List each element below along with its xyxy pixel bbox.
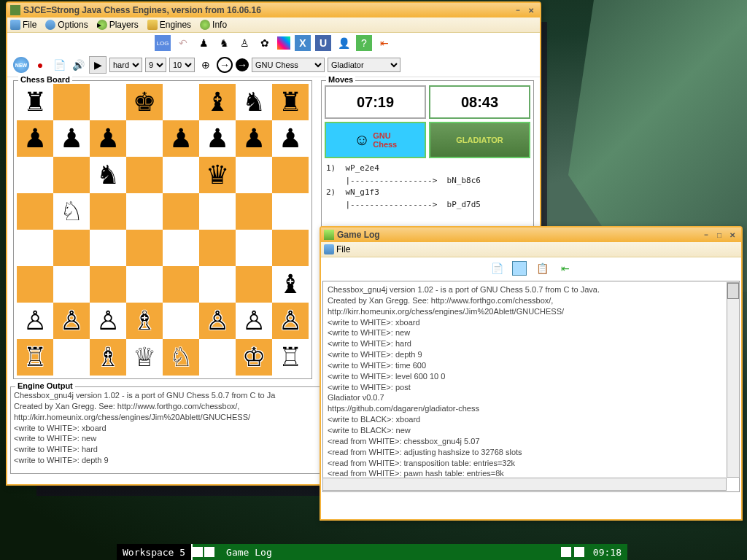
square-2-6[interactable] [236, 157, 272, 193]
square-0-7[interactable]: ♜ [272, 84, 309, 120]
forward-icon[interactable]: → [217, 57, 233, 73]
square-3-4[interactable] [163, 193, 199, 230]
square-4-5[interactable] [199, 230, 236, 266]
square-1-0[interactable]: ♟ [17, 120, 53, 157]
menu-file[interactable]: File [10, 20, 36, 30]
square-7-3[interactable]: ♕ [126, 339, 163, 376]
save-icon[interactable]: 📄 [51, 57, 67, 73]
square-4-6[interactable] [236, 230, 272, 266]
square-6-1[interactable]: ♙ [53, 303, 90, 339]
square-7-6[interactable]: ♔ [236, 339, 272, 376]
square-0-1[interactable] [53, 84, 90, 120]
taskbar-box2[interactable] [204, 547, 214, 557]
square-3-1[interactable]: ♘ [53, 193, 90, 230]
square-4-7[interactable] [272, 230, 309, 266]
square-2-2[interactable]: ♞ [90, 157, 126, 193]
square-5-4[interactable] [163, 266, 199, 303]
square-5-6[interactable] [236, 266, 272, 303]
log-clipboard-icon[interactable]: 📋 [534, 260, 550, 276]
square-5-3[interactable] [126, 266, 163, 303]
square-2-5[interactable]: ♛ [199, 157, 236, 193]
log-back-icon[interactable]: ⇤ [557, 260, 573, 276]
workspace-label[interactable]: Workspace 5 [123, 547, 185, 558]
square-5-2[interactable] [90, 266, 126, 303]
square-2-4[interactable] [163, 157, 199, 193]
square-7-0[interactable]: ♖ [17, 339, 53, 376]
close-button[interactable]: ✕ [525, 5, 537, 15]
square-6-7[interactable]: ♙ [272, 303, 309, 339]
square-4-0[interactable] [17, 230, 53, 266]
square-1-1[interactable]: ♟ [53, 120, 90, 157]
flower-icon[interactable]: ✿ [257, 35, 273, 51]
log-save-icon[interactable]: 📄 [489, 260, 505, 276]
square-7-1[interactable] [53, 339, 90, 376]
knight-icon[interactable]: ♞ [216, 35, 232, 51]
menu-engines[interactable]: Engines [147, 20, 191, 30]
square-3-6[interactable] [236, 193, 272, 230]
square-1-5[interactable]: ♟ [199, 120, 236, 157]
depth-select[interactable]: 9 [145, 58, 166, 72]
move-list[interactable]: 1) wP_e2e4 |-----------------> bN_b8c62)… [325, 161, 530, 212]
square-7-4[interactable]: ♘ [163, 339, 199, 376]
square-1-6[interactable]: ♟ [236, 120, 272, 157]
log-doc-icon[interactable] [512, 261, 527, 276]
square-0-3[interactable]: ♚ [126, 84, 163, 120]
square-0-2[interactable] [90, 84, 126, 120]
gamelog-minimize[interactable]: － [700, 230, 712, 240]
gamelog-maximize[interactable]: □ [713, 230, 725, 240]
square-2-7[interactable] [272, 157, 309, 193]
square-4-4[interactable] [163, 230, 199, 266]
square-6-2[interactable]: ♙ [90, 303, 126, 339]
help-icon[interactable]: ? [356, 35, 372, 51]
square-3-2[interactable] [90, 193, 126, 230]
menu-players[interactable]: ▸Players [97, 20, 139, 30]
square-7-5[interactable] [199, 339, 236, 376]
square-5-5[interactable] [199, 266, 236, 303]
square-6-3[interactable]: ♗ [126, 303, 163, 339]
gamelog-menu-file[interactable]: File [324, 244, 350, 254]
square-7-7[interactable]: ♖ [272, 339, 309, 376]
square-5-7[interactable]: ♝ [272, 266, 309, 303]
square-2-3[interactable] [126, 157, 163, 193]
target-icon[interactable]: ⊕ [198, 57, 214, 73]
square-4-1[interactable] [53, 230, 90, 266]
square-4-2[interactable] [90, 230, 126, 266]
square-0-6[interactable]: ♞ [236, 84, 272, 120]
square-6-4[interactable] [163, 303, 199, 339]
taskbar-box1[interactable] [193, 547, 203, 557]
next-icon[interactable]: → [236, 58, 249, 71]
new-game-icon[interactable]: NEW [13, 57, 29, 73]
square-3-3[interactable] [126, 193, 163, 230]
square-6-6[interactable]: ♙ [236, 303, 272, 339]
play-icon[interactable]: ▶ [89, 56, 107, 74]
square-1-4[interactable]: ♟ [163, 120, 199, 157]
pawn-black-icon[interactable]: ♟ [196, 35, 212, 51]
sound-icon[interactable]: 🔊 [70, 57, 86, 73]
square-0-0[interactable]: ♜ [17, 84, 53, 120]
add-user-icon[interactable]: 👤 [336, 35, 352, 51]
square-5-0[interactable] [17, 266, 53, 303]
square-0-5[interactable]: ♝ [199, 84, 236, 120]
taskbar-task[interactable]: Game Log [226, 547, 272, 558]
gamelog-titlebar[interactable]: Game Log － □ ✕ [321, 228, 741, 242]
engine2-select[interactable]: Gladiator [328, 58, 400, 72]
gamelog-close[interactable]: ✕ [727, 230, 738, 240]
taskbar[interactable]: Workspace 5 Game Log 09:18 [117, 544, 627, 560]
square-3-5[interactable] [199, 193, 236, 230]
square-1-7[interactable]: ♟ [272, 120, 309, 157]
time-select[interactable]: 10 [169, 58, 195, 72]
square-6-5[interactable]: ♙ [199, 303, 236, 339]
difficulty-select[interactable]: hard [109, 58, 142, 72]
square-2-0[interactable] [17, 157, 53, 193]
minimize-button[interactable]: － [512, 5, 524, 15]
square-2-1[interactable] [53, 157, 90, 193]
square-7-2[interactable]: ♗ [90, 339, 126, 376]
u-button[interactable]: U [315, 35, 331, 51]
square-4-3[interactable] [126, 230, 163, 266]
menu-options[interactable]: Options [45, 20, 88, 30]
chess-board[interactable]: ♜♚♝♞♜♟♟♟♟♟♟♟♞♛♘♝♙♙♙♗♙♙♙♖♗♕♘♔♖ [17, 84, 309, 376]
taskbar-box3[interactable] [561, 547, 571, 557]
square-1-2[interactable]: ♟ [90, 120, 126, 157]
record-icon[interactable]: ● [32, 57, 48, 73]
pawn-white-icon[interactable]: ♙ [236, 35, 252, 51]
